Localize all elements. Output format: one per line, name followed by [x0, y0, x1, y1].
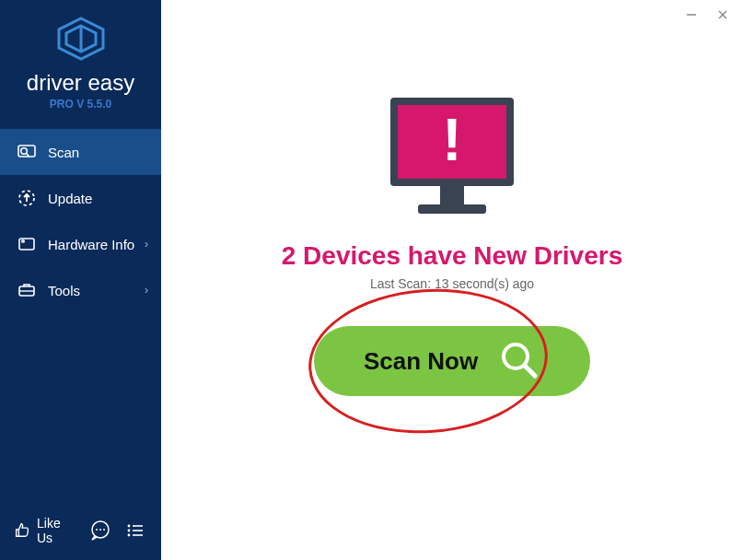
- svg-text:!: !: [442, 107, 461, 173]
- svg-point-18: [103, 529, 105, 531]
- tools-icon: [17, 280, 37, 300]
- status-text: 2 Devices have New Drivers: [282, 241, 622, 271]
- feedback-icon[interactable]: [87, 518, 113, 543]
- like-us-button[interactable]: Like Us: [13, 516, 78, 545]
- svg-point-7: [21, 148, 28, 155]
- last-scan-text: Last Scan: 13 second(s) ago: [370, 276, 534, 291]
- sidebar-footer: Like Us: [0, 507, 161, 560]
- titlebar: [671, 0, 743, 28]
- scan-area: Scan Now: [314, 326, 590, 396]
- hardware-info-icon: i: [17, 234, 37, 254]
- main-content: ! 2 Devices have New Drivers Last Scan: …: [161, 0, 743, 560]
- logo-area: driver easy PRO V 5.5.0: [0, 0, 161, 120]
- svg-point-19: [128, 525, 131, 528]
- sidebar-item-update[interactable]: Update: [0, 175, 161, 221]
- svg-point-21: [128, 530, 131, 532]
- svg-point-23: [128, 534, 131, 537]
- sidebar: driver easy PRO V 5.5.0 Scan Update i: [0, 0, 161, 560]
- thumbs-up-icon: [13, 520, 31, 542]
- sidebar-item-label: Hardware Info: [48, 237, 134, 252]
- menu-list-icon[interactable]: [122, 518, 148, 543]
- brand-name: driver easy: [0, 70, 161, 96]
- sidebar-item-label: Tools: [48, 283, 80, 298]
- close-button[interactable]: [715, 7, 730, 22]
- svg-rect-28: [440, 186, 464, 204]
- chevron-right-icon: ›: [145, 238, 148, 251]
- minimize-button[interactable]: [684, 7, 699, 22]
- scan-icon: [17, 142, 37, 162]
- sidebar-nav: Scan Update i Hardware Info › Tools: [0, 129, 161, 507]
- brand-version: PRO V 5.5.0: [0, 98, 161, 111]
- alert-monitor-icon: !: [374, 88, 530, 230]
- magnify-icon: [498, 339, 540, 384]
- svg-point-17: [99, 529, 101, 531]
- sidebar-item-hardware-info[interactable]: i Hardware Info ›: [0, 221, 161, 267]
- svg-line-8: [27, 154, 29, 157]
- app-logo-icon: [55, 17, 107, 64]
- sidebar-item-label: Scan: [48, 145, 79, 160]
- app-window: driver easy PRO V 5.5.0 Scan Update i: [0, 0, 743, 560]
- update-icon: [17, 188, 37, 208]
- svg-rect-10: [19, 239, 34, 250]
- sidebar-item-tools[interactable]: Tools ›: [0, 267, 161, 313]
- scan-button-label: Scan Now: [364, 347, 478, 376]
- svg-line-31: [525, 366, 535, 376]
- like-us-label: Like Us: [37, 516, 78, 545]
- sidebar-item-label: Update: [48, 191, 92, 206]
- chevron-right-icon: ›: [145, 284, 148, 297]
- sidebar-item-scan[interactable]: Scan: [0, 129, 161, 175]
- scan-now-button[interactable]: Scan Now: [314, 326, 590, 396]
- svg-point-16: [96, 529, 98, 531]
- svg-rect-29: [418, 204, 486, 214]
